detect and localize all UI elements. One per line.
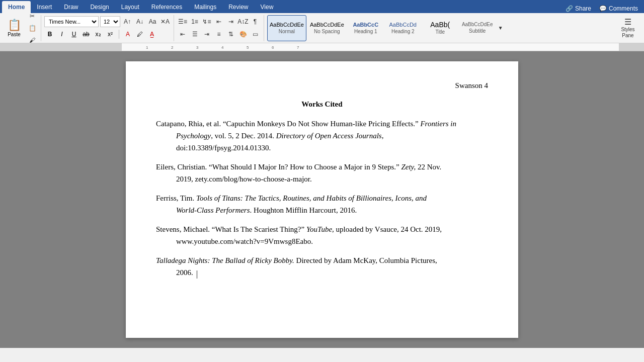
font-family-select[interactable]: Times New...	[44, 16, 99, 27]
citation-1: Catapano, Rhia, et al. “Capuchin Monkeys…	[156, 118, 488, 154]
superscript-button[interactable]: x²	[105, 29, 116, 40]
underline-button[interactable]: U	[68, 29, 79, 40]
tab-review[interactable]: Review	[222, 1, 254, 13]
bold-button[interactable]: B	[44, 29, 55, 40]
svg-text:5: 5	[247, 45, 249, 50]
font-color-button[interactable]: A̲	[146, 29, 157, 40]
paste-icon: 📋	[8, 19, 21, 32]
comments-icon: 💬	[599, 5, 607, 12]
line-spacing-button[interactable]: ⇅	[225, 29, 236, 40]
style-title-button[interactable]: AaBb( Title	[422, 15, 458, 41]
styles-group: AaBbCcDdEe Normal AaBbCcDdEe No Spacing …	[267, 15, 617, 41]
styles-pane-icon: ☰	[624, 17, 631, 27]
justify-button[interactable]: ≡	[213, 29, 224, 40]
style-subtitle-button[interactable]: AaBbCcDdEe Subtitle	[459, 15, 496, 41]
align-right-button[interactable]: ⇥	[201, 29, 212, 40]
italic-button[interactable]: I	[56, 29, 67, 40]
text-color-button[interactable]: A	[122, 29, 133, 40]
style-normal-button[interactable]: AaBbCcDdEe Normal	[267, 15, 306, 41]
style-no-spacing-button[interactable]: AaBbCcDdEe No Spacing	[307, 15, 347, 41]
page-header: Swanson 4	[156, 81, 488, 90]
document-page: Swanson 4 Works Cited Catapano, Rhia, et…	[126, 61, 518, 338]
font-size-select[interactable]: 12	[100, 16, 120, 27]
tab-draw[interactable]: Draw	[58, 1, 84, 13]
sort-button[interactable]: A↕Z	[237, 16, 249, 27]
highlight-button[interactable]: 🖊	[134, 29, 145, 40]
subscript-button[interactable]: x₂	[93, 29, 104, 40]
style-heading2-button[interactable]: AaBbCcDd Heading 2	[385, 15, 421, 41]
style-heading1-button[interactable]: AaBbCcC Heading 1	[348, 15, 384, 41]
citation-3: Ferriss, Tim. Tools of Titans: The Tacti…	[156, 192, 488, 216]
tab-references[interactable]: References	[145, 1, 188, 13]
styles-pane-group: ☰ Styles Pane	[619, 15, 640, 41]
change-case-button[interactable]: Aa	[147, 16, 158, 27]
align-left-button[interactable]: ⇤	[177, 29, 188, 40]
clear-formatting-button[interactable]: ✕A	[159, 16, 171, 27]
decrease-font-button[interactable]: A↓	[134, 16, 145, 27]
citation-5: Talladega Nights: The Ballad of Ricky Bo…	[156, 254, 488, 279]
show-marks-button[interactable]: ¶	[250, 16, 261, 27]
tab-mailings[interactable]: Mailings	[188, 1, 222, 13]
svg-text:3: 3	[196, 45, 199, 50]
clipboard-group: 📋 Paste ✂ 📋 🖌	[3, 15, 41, 41]
citation-2: Eilers, Christian. “What Should I Major …	[156, 161, 488, 185]
bullets-button[interactable]: ☰≡	[177, 16, 188, 27]
svg-text:1: 1	[146, 45, 148, 50]
font-group: Times New... 12 A↑ A↓ Aa ✕A B I U ab x₂ …	[44, 15, 174, 41]
svg-text:7: 7	[297, 45, 299, 50]
citation-4: Stevens, Michael. “What Is The Scariest …	[156, 223, 488, 247]
document-area[interactable]: Swanson 4 Works Cited Catapano, Rhia, et…	[0, 51, 644, 348]
share-icon: 🔗	[566, 5, 573, 12]
cut-button[interactable]: ✂	[27, 11, 38, 22]
align-center-button[interactable]: ☰	[189, 29, 200, 40]
comments-button[interactable]: 💬 Comments	[595, 4, 642, 13]
increase-indent-button[interactable]: ⇥	[225, 16, 236, 27]
works-cited-title: Works Cited	[156, 100, 488, 109]
borders-button[interactable]: ▭	[250, 29, 261, 40]
ribbon: 📋 Paste ✂ 📋 🖌 Times New... 12 A↑ A↓ Aa	[0, 13, 644, 43]
ruler: 1 2 3 4 5 6 7	[0, 43, 644, 51]
tab-design[interactable]: Design	[84, 1, 115, 13]
copy-button[interactable]: 📋	[27, 23, 38, 34]
more-styles-button[interactable]: ▼	[497, 15, 505, 41]
ruler-left-margin	[0, 43, 122, 51]
paste-button[interactable]: 📋 Paste	[3, 16, 25, 40]
svg-text:4: 4	[221, 45, 224, 50]
paragraph-group: ☰≡ 1≡ ↯≡ ⇤ ⇥ A↕Z ¶ ⇤ ☰ ⇥ ≡ ⇅ 🎨 ▭	[177, 15, 264, 41]
decrease-indent-button[interactable]: ⇤	[213, 16, 224, 27]
svg-text:6: 6	[272, 45, 274, 50]
share-button[interactable]: 🔗 Share	[561, 4, 595, 13]
increase-font-button[interactable]: A↑	[122, 16, 133, 27]
tab-view[interactable]: View	[255, 1, 280, 13]
multilevel-list-button[interactable]: ↯≡	[201, 16, 212, 27]
ruler-right-margin	[619, 43, 644, 51]
divider	[119, 30, 119, 39]
strikethrough-button[interactable]: ab	[80, 29, 92, 40]
ribbon-tabs: Home Insert Draw Design Layout Reference…	[0, 0, 644, 13]
numbering-button[interactable]: 1≡	[189, 16, 200, 27]
shading-button[interactable]: 🎨	[237, 29, 249, 40]
tab-layout[interactable]: Layout	[115, 1, 145, 13]
svg-text:2: 2	[171, 45, 174, 50]
styles-pane-button[interactable]: ☰ Styles Pane	[619, 15, 637, 41]
ruler-content: 1 2 3 4 5 6 7	[122, 43, 619, 51]
